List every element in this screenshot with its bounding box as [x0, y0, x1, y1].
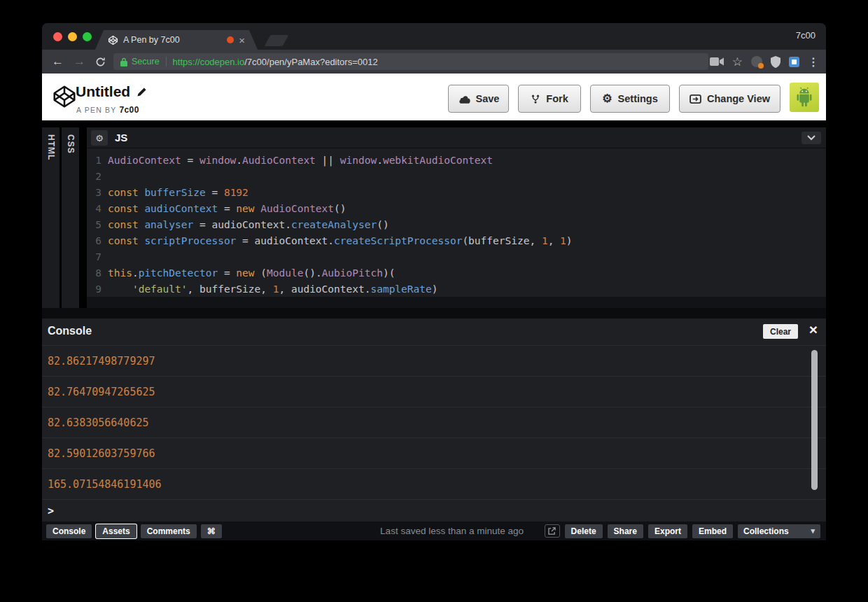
line-number: 5 [87, 217, 108, 233]
code-editor[interactable]: 1AudioContext = window.AudioContext || w… [87, 149, 826, 297]
external-link-icon [548, 527, 556, 535]
android-avatar-icon [792, 85, 816, 109]
codepen-favicon-icon [108, 35, 118, 46]
code-line: 8this.pitchDetector = new (Module().Aubi… [87, 265, 826, 281]
fork-button-label: Fork [546, 93, 568, 104]
code-line: 3const bufferSize = 8192 [87, 185, 826, 201]
shield-extension-icon[interactable] [771, 56, 780, 68]
omnibox-divider [166, 57, 167, 66]
browser-menu-icon[interactable]: ⋮ [808, 55, 819, 69]
desktop: A Pen by 7c00 × 7c00 ← → [0, 0, 868, 602]
console-log-entry: 82.6383056640625 [42, 407, 826, 438]
tab-recording-indicator-icon [227, 36, 234, 43]
save-button[interactable]: Save [448, 85, 509, 113]
cloud-icon [458, 94, 470, 104]
close-window-traffic-light[interactable] [53, 32, 62, 41]
change-view-button-label: Change View [707, 93, 770, 104]
codepen-logo-icon[interactable] [52, 84, 77, 112]
panel-resizer[interactable] [42, 308, 826, 318]
embed-button[interactable]: Embed [692, 524, 733, 538]
code-lines: 1AudioContext = window.AudioContext || w… [87, 153, 826, 297]
footer-shortcuts-button[interactable]: ⌘ [201, 524, 222, 538]
codepen-header: Untitled A PEN BY7c00 Save Fork [42, 74, 826, 120]
code-line: 5const analyser = audioContext.createAna… [87, 217, 826, 233]
js-editor-label: JS [115, 132, 127, 144]
console-clear-button[interactable]: Clear [763, 324, 798, 339]
code-line: 7 [87, 249, 826, 265]
gear-icon: ⚙ [602, 93, 612, 104]
blue-extension-icon[interactable] [789, 57, 799, 67]
footer-comments-button[interactable]: Comments [141, 524, 197, 538]
collections-dropdown[interactable]: Collections ▾ [738, 524, 820, 538]
tab-close-icon[interactable]: × [239, 35, 245, 46]
extension-badge-icon[interactable] [751, 56, 762, 67]
footer-assets-button[interactable]: Assets [96, 524, 136, 538]
screencast-icon[interactable] [710, 57, 724, 66]
console-prompt[interactable]: > [48, 505, 54, 517]
console-log-entry: 165.07154846191406 [42, 469, 826, 500]
line-number: 7 [87, 249, 108, 265]
browser-profile-name[interactable]: 7c00 [796, 30, 816, 41]
secure-label: Secure [132, 57, 160, 66]
url-path: /7c00/pen/yPaMax?editors=0012 [244, 57, 377, 67]
browser-toolbar: ← → Secure https://codepen.io/7c00/pen/y… [42, 50, 826, 74]
new-tab-button[interactable] [265, 35, 289, 46]
footer-left-group: Console Assets Comments ⌘ [46, 524, 222, 538]
collapsed-editor-css[interactable]: CSS [62, 127, 80, 308]
js-settings-gear-icon[interactable]: ⚙ [91, 130, 108, 146]
fork-button[interactable]: Fork [518, 85, 581, 113]
zoom-window-traffic-light[interactable] [83, 32, 92, 41]
collections-label: Collections [743, 526, 789, 536]
bookmark-star-icon[interactable]: ☆ [732, 55, 743, 69]
collapsed-editor-html[interactable]: HTML [42, 127, 60, 308]
line-content: const bufferSize = 8192 [108, 185, 248, 201]
line-number: 4 [87, 201, 108, 217]
line-content: this.pitchDetector = new (Module().Aubio… [108, 265, 395, 281]
tab-strip: A Pen by 7c00 × 7c00 [42, 23, 826, 50]
console-log-entry: 82.59012603759766 [42, 438, 826, 469]
horizontal-scrollbar[interactable] [87, 297, 826, 308]
lock-icon [120, 57, 127, 66]
console-log-list: 82.8621749877929782.7647094726562582.638… [42, 345, 826, 500]
console-title: Console [48, 325, 92, 337]
browser-tab[interactable]: A Pen by 7c00 × [95, 30, 258, 50]
minimize-window-traffic-light[interactable] [68, 32, 77, 41]
delete-button[interactable]: Delete [565, 524, 603, 538]
footer-bar: Console Assets Comments ⌘ Last saved les… [42, 522, 826, 540]
settings-button[interactable]: ⚙ Settings [590, 85, 670, 113]
line-number: 1 [87, 153, 108, 169]
pen-author[interactable]: 7c00 [119, 105, 139, 115]
css-editor-label: CSS [66, 134, 76, 154]
pen-byline: A PEN BY7c00 [76, 105, 139, 115]
export-button[interactable]: Export [648, 524, 687, 538]
browser-window: A Pen by 7c00 × 7c00 ← → [42, 23, 826, 540]
address-bar[interactable]: Secure https://codepen.io/7c00/pen/yPaMa… [113, 53, 708, 70]
pen-title: Untitled [76, 83, 130, 100]
line-number: 2 [87, 169, 108, 185]
tab-title: A Pen by 7c00 [123, 35, 222, 45]
code-line: 4const audioContext = new AudioContext() [87, 201, 826, 217]
line-content: const scriptProcessor = audioContext.cre… [108, 233, 573, 249]
code-line: 2 [87, 169, 826, 185]
js-editor-header: ⚙ JS [87, 127, 826, 148]
console-close-icon[interactable]: × [809, 321, 818, 338]
edit-pencil-icon[interactable] [136, 87, 147, 97]
editor-area: HTML CSS ⚙ JS 1AudioContext = window.Aud… [42, 120, 826, 308]
share-button[interactable]: Share [608, 524, 643, 538]
console-panel: Console Clear × 82.8621749877929782.7647… [42, 318, 826, 522]
open-external-button[interactable] [545, 524, 560, 538]
console-scrollbar-thumb[interactable] [811, 350, 818, 490]
console-log-entry: 82.86217498779297 [42, 346, 826, 377]
caret-down-icon: ▾ [811, 526, 815, 536]
user-avatar[interactable] [790, 83, 819, 112]
line-content: const analyser = audioContext.createAnal… [108, 217, 389, 233]
change-view-button[interactable]: Change View [679, 85, 780, 113]
js-collapse-button[interactable] [802, 132, 821, 144]
back-icon[interactable]: ← [52, 50, 64, 74]
reload-icon[interactable] [95, 50, 106, 74]
chevron-down-icon [807, 135, 816, 141]
byline-prefix: A PEN BY [76, 106, 116, 114]
forward-icon[interactable]: → [74, 50, 85, 74]
line-number: 9 [87, 281, 108, 297]
footer-console-button[interactable]: Console [46, 524, 92, 538]
